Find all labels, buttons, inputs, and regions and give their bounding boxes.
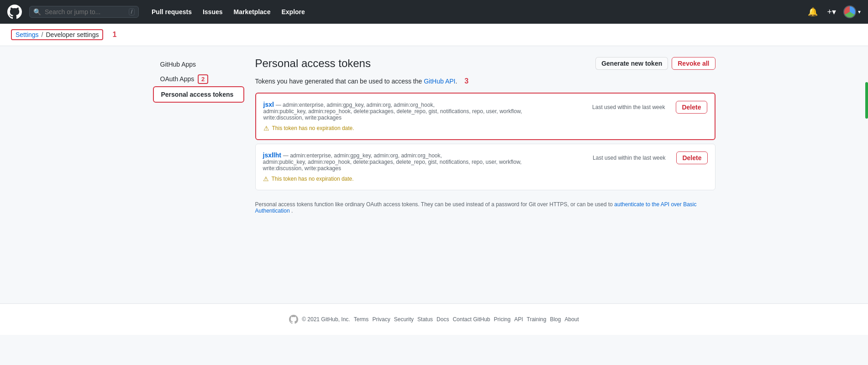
main-panel: Personal access tokens Generate new toke… [255,57,715,285]
token-2-warning-text: This token has no expiration date. [272,176,354,182]
description: Tokens you have generated that can be us… [255,77,715,85]
footer-github-logo [289,315,298,324]
main-layout: GitHub Apps OAuth Apps 2 Personal access… [142,57,726,285]
description-text: Tokens you have generated that can be us… [255,78,422,85]
footer-link-privacy[interactable]: Privacy [372,316,390,323]
developer-settings-label: Developer settings [46,31,99,38]
github-logo[interactable] [7,5,22,19]
breadcrumb: Settings / Developer settings 1 [0,24,868,46]
nav-right-actions: 🔔 +▾ ▾ [806,5,861,19]
token-2-last-used: Last used within the last week [593,155,665,161]
footer-note-text: Personal access tokens function like ord… [255,201,613,208]
footer-link-status[interactable]: Status [417,316,433,323]
sidebar-label-github-apps: GitHub Apps [160,61,196,68]
footer-link-security[interactable]: Security [394,316,414,323]
sidebar: GitHub Apps OAuth Apps 2 Personal access… [153,57,244,285]
footer-link-pricing[interactable]: Pricing [494,316,511,323]
token-2-delete-button[interactable]: Delete [676,151,707,164]
breadcrumb-container: Settings / Developer settings [11,29,103,40]
sidebar-item-personal-access-tokens[interactable]: Personal access tokens [153,86,244,103]
token-1-actions: Last used within the last week Delete [592,101,707,114]
search-icon: 🔍 [33,8,41,16]
nav-explore[interactable]: Explore [276,5,310,18]
token-1-warning: ⚠ This token has no expiration date. [263,125,707,132]
footer-copyright: © 2021 GitHub, Inc. [302,316,350,323]
footer-link-terms[interactable]: Terms [354,316,369,323]
token-1-scopes-3: write:discussion, write:packages [263,115,522,121]
oauth-badge: 2 [198,74,208,84]
token-1-scopes-2: admin:public_key, admin:repo_hook, delet… [263,108,522,115]
footer-link-about[interactable]: About [564,316,579,323]
page-footer: © 2021 GitHub, Inc. Terms Privacy Securi… [0,303,868,335]
breadcrumb-sep: / [42,31,43,38]
panel-actions: Generate new token Revoke all [595,57,715,70]
token-2-scopes-3: write:discussion, write:packages [263,165,522,172]
panel-header: Personal access tokens Generate new toke… [255,57,715,70]
warning-icon-2: ⚠ [263,175,269,182]
token-card-2: jsxllht — admin:enterprise, admin:gpg_ke… [255,144,715,190]
token-card-2-header: jsxllht — admin:enterprise, admin:gpg_ke… [263,151,708,172]
footer-link-contact-github[interactable]: Contact GitHub [452,316,490,323]
footer-note: Personal access tokens function like ord… [255,201,715,214]
footer-link-api[interactable]: API [514,316,523,323]
notifications-button[interactable]: 🔔 [806,5,820,19]
token-2-warning: ⚠ This token has no expiration date. [263,175,708,182]
scrollbar-accent [865,82,868,119]
footer-link-training[interactable]: Training [527,316,547,323]
search-input[interactable] [45,8,125,16]
token-1-scopes-inline: — admin:enterprise, admin:gpg_key, admin… [276,102,435,108]
github-api-link[interactable]: GitHub API [424,78,455,85]
token-1-info: jsxl — admin:enterprise, admin:gpg_key, … [263,101,522,121]
user-avatar-button[interactable]: ▾ [843,5,861,18]
token-2-scopes-inline: — admin:enterprise, admin:gpg_key, admin… [283,152,442,159]
nav-links: Pull requests Issues Marketplace Explore [146,5,310,18]
panel-title: Personal access tokens [255,57,371,70]
search-shortcut: / [129,8,135,16]
token-2-name[interactable]: jsxllht [263,151,281,159]
token-1-name[interactable]: jsxl [263,101,274,108]
breadcrumb-step: 1 [112,31,116,39]
token-2-info: jsxllht — admin:enterprise, admin:gpg_ke… [263,151,522,172]
search-bar[interactable]: 🔍 / [29,6,139,18]
token-1-last-used: Last used within the last week [592,104,665,110]
sidebar-item-github-apps[interactable]: GitHub Apps [153,57,244,72]
avatar-chevron: ▾ [858,9,861,15]
token-2-actions: Last used within the last week Delete [593,151,707,164]
footer-link-docs[interactable]: Docs [437,316,449,323]
create-button[interactable]: +▾ [825,5,838,19]
sidebar-item-oauth-apps[interactable]: OAuth Apps 2 [153,72,244,86]
token-card-1: jsxl — admin:enterprise, admin:gpg_key, … [255,93,715,140]
revoke-all-button[interactable]: Revoke all [672,57,715,70]
nav-marketplace[interactable]: Marketplace [228,5,276,18]
generate-token-button[interactable]: Generate new token [595,57,668,70]
footer-link-blog[interactable]: Blog [550,316,561,323]
token-card-1-header: jsxl — admin:enterprise, admin:gpg_key, … [263,101,707,121]
nav-pull-requests[interactable]: Pull requests [146,5,197,18]
description-step: 3 [464,77,468,85]
sidebar-label-personal-access-tokens: Personal access tokens [161,91,234,98]
token-2-scopes-2: admin:public_key, admin:repo_hook, delet… [263,159,522,165]
footer-end: . [291,208,293,214]
warning-icon-1: ⚠ [263,125,269,132]
settings-link[interactable]: Settings [16,31,39,38]
sidebar-label-oauth-apps: OAuth Apps [160,75,195,83]
token-1-delete-button[interactable]: Delete [676,101,707,114]
top-navigation: 🔍 / Pull requests Issues Marketplace Exp… [0,0,868,24]
token-1-warning-text: This token has no expiration date. [272,125,354,131]
avatar [843,5,856,18]
nav-issues[interactable]: Issues [197,5,228,18]
